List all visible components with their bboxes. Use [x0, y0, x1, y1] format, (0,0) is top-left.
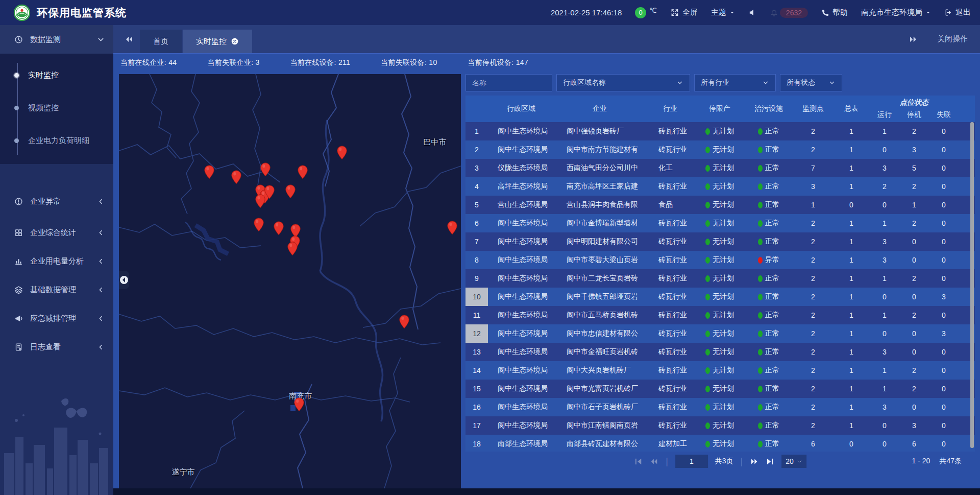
- table-row[interactable]: 10 阆中生态环境局 阆中千佛镇五郎垭页岩 砖瓦行业 无计划 正常 2 1 0 …: [465, 288, 975, 306]
- map-pin-icon[interactable]: [273, 221, 284, 238]
- sidebar-item[interactable]: 数据监测: [0, 25, 113, 54]
- megaphone-icon: [14, 314, 23, 323]
- cell-region: 阆中生态环境局: [488, 145, 554, 154]
- table-row[interactable]: 16 阆中生态环境局 阆中市石子页岩机砖厂 砖瓦行业 无计划 正常 2 1 3 …: [465, 398, 975, 416]
- table-row[interactable]: 15 阆中生态环境局 阆中市光富页岩机砖厂 砖瓦行业 无计划 正常 2 1 1 …: [465, 380, 975, 398]
- sidebar-subitem[interactable]: 实时监控: [0, 59, 113, 91]
- cell-running: 1: [870, 385, 899, 393]
- cell-production: 无计划: [695, 403, 744, 412]
- cell-stopped: 2: [899, 385, 929, 393]
- name-filter-input[interactable]: [472, 79, 546, 87]
- col-running: 运行: [870, 110, 899, 120]
- first-page-icon[interactable]: [634, 457, 643, 466]
- table-row[interactable]: 6 阆中生态环境局 阆中市金博瑞新型墙材 砖瓦行业 无计划 正常 2 1 1 2…: [465, 214, 975, 232]
- map-pin-icon[interactable]: [260, 162, 271, 179]
- cell-company: 阆中市金福旺页岩机砖: [554, 347, 645, 357]
- tabs-scroll-right-icon[interactable]: [909, 35, 918, 44]
- map-pin-icon[interactable]: [264, 185, 275, 201]
- tab[interactable]: 首页: [140, 30, 182, 53]
- map-pin-icon[interactable]: [204, 165, 214, 181]
- region-filter-select[interactable]: 行政区域名称: [556, 74, 690, 91]
- map-pin-icon[interactable]: [231, 170, 241, 186]
- tabs-scroll-left-icon[interactable]: [118, 35, 140, 44]
- sidebar-item[interactable]: 日志查看: [0, 333, 113, 361]
- page-input[interactable]: [675, 455, 708, 468]
- cell-production: 无计划: [695, 439, 744, 449]
- next-page-icon[interactable]: [750, 457, 758, 466]
- notification-badge[interactable]: 2632: [770, 8, 808, 18]
- status-dot-icon: [705, 386, 710, 392]
- cell-facility: 正常: [744, 421, 793, 430]
- close-tab-icon[interactable]: [231, 37, 239, 45]
- industry-filter-select[interactable]: 所有行业: [694, 74, 776, 91]
- map-collapse-button[interactable]: [119, 271, 129, 289]
- table-row[interactable]: 7 阆中生态环境局 阆中明阳建材有限公司 砖瓦行业 无计划 正常 2 1 3 0…: [465, 232, 975, 251]
- table-scrollbar[interactable]: [970, 122, 974, 448]
- table-row[interactable]: 18 南部生态环境局 南部县砖瓦建材有限公 建材加工 无计划 正常 6 0 0 …: [465, 435, 975, 452]
- sidebar-item[interactable]: 企业综合统计: [0, 218, 113, 247]
- map-pin-icon[interactable]: [254, 218, 264, 234]
- tab[interactable]: 实时监控: [183, 30, 252, 53]
- stats-bar: 当前在线企业: 44 当前失联企业: 3 当前在线设备: 211 当前失联设备:…: [113, 53, 980, 72]
- table-row[interactable]: 5 营山生态环境局 营山县润丰肉食品有限 食品 无计划 正常 1 0 0 1 0: [465, 196, 975, 214]
- sidebar-item[interactable]: 应急减排管理: [0, 304, 113, 333]
- cell-meter: 1: [833, 274, 870, 282]
- cell-points: 2: [793, 311, 833, 319]
- mute-button[interactable]: [748, 8, 757, 17]
- chart-icon: [14, 257, 23, 266]
- close-operations-button[interactable]: 关闭操作: [937, 34, 968, 44]
- row-number: 2: [465, 140, 488, 159]
- cell-lost: 0: [929, 238, 959, 246]
- cell-lost: 0: [929, 311, 959, 319]
- table-row[interactable]: 14 阆中生态环境局 阆中大兴页岩机砖厂 砖瓦行业 无计划 正常 2 1 1 2…: [465, 361, 975, 380]
- col-lost: 失联: [929, 110, 959, 120]
- last-page-icon[interactable]: [766, 457, 774, 466]
- total-count-label: 共47条: [939, 457, 962, 466]
- map-panel[interactable]: 巴中市南充市遂宁市: [119, 74, 461, 488]
- table-row[interactable]: 13 阆中生态环境局 阆中市金福旺页岩机砖 砖瓦行业 无计划 正常 2 1 3 …: [465, 343, 975, 361]
- row-number: 15: [465, 380, 488, 398]
- map-pin-icon[interactable]: [255, 194, 265, 210]
- status-dot-icon: [705, 239, 710, 245]
- cell-company: 阆中市五马桥页岩机砖: [554, 311, 645, 320]
- logout-button[interactable]: 退出: [944, 8, 971, 17]
- sidebar-subitem[interactable]: 企业电力负荷明细: [0, 124, 113, 157]
- cell-meter: 0: [833, 440, 870, 448]
- map-pin-icon[interactable]: [287, 242, 298, 258]
- cell-facility: 正常: [744, 237, 793, 246]
- help-button[interactable]: 帮助: [821, 8, 848, 17]
- table-row[interactable]: 8 阆中生态环境局 阆中市枣碧大梁山页岩 砖瓦行业 无计划 异常 2 1 3 0…: [465, 251, 975, 269]
- theme-button[interactable]: 主题: [711, 8, 735, 17]
- table-row[interactable]: 11 阆中生态环境局 阆中市五马桥页岩机砖 砖瓦行业 无计划 正常 2 1 1 …: [465, 306, 975, 324]
- cell-meter: 1: [833, 146, 870, 154]
- map-pin-icon[interactable]: [336, 146, 347, 162]
- map-pin-icon[interactable]: [294, 397, 305, 414]
- map-pin-icon[interactable]: [399, 315, 409, 331]
- cell-stopped: 5: [899, 164, 929, 172]
- cell-industry: 砖瓦行业: [645, 182, 695, 191]
- status-dot-icon: [705, 220, 710, 227]
- status-filter-select[interactable]: 所有状态: [780, 74, 842, 91]
- sidebar-subitem[interactable]: 视频监控: [0, 91, 113, 124]
- map-pin-icon[interactable]: [297, 165, 308, 181]
- sidebar-item[interactable]: 企业用电量分析: [0, 247, 113, 275]
- table-row[interactable]: 9 阆中生态环境局 阆中市二龙长宝页岩砖 砖瓦行业 无计划 正常 2 1 1 2…: [465, 269, 975, 288]
- cell-running: 3: [870, 164, 899, 172]
- sidebar-item[interactable]: 基础数据管理: [0, 275, 113, 304]
- table-row[interactable]: 1 阆中生态环境局 阆中强锐页岩砖厂 砖瓦行业 无计划 正常 2 1 1 2 0: [465, 122, 975, 140]
- prev-page-icon[interactable]: [650, 457, 658, 466]
- table-row[interactable]: 12 阆中生态环境局 阆中市忠信建材有限公 砖瓦行业 无计划 正常 2 1 0 …: [465, 324, 975, 343]
- sidebar-item[interactable]: 企业异常: [0, 184, 113, 218]
- map-pin-icon[interactable]: [447, 221, 457, 237]
- org-menu[interactable]: 南充市生态环境局: [861, 8, 931, 17]
- sidebar-submenu: 实时监控 视频监控 企业电力负荷明细: [0, 54, 113, 164]
- table-row[interactable]: 4 高坪生态环境局 南充市高坪区王家店建 砖瓦行业 无计划 正常 3 1 2 2…: [465, 177, 975, 196]
- page-size-select[interactable]: 20: [781, 455, 806, 468]
- map-pin-icon[interactable]: [285, 184, 296, 201]
- table-row[interactable]: 17 阆中生态环境局 阆中市江南镇阆南页岩 砖瓦行业 无计划 正常 2 1 0 …: [465, 416, 975, 435]
- table-row[interactable]: 2 阆中生态环境局 阆中市南方节能建材有 砖瓦行业 无计划 正常 2 1 0 3…: [465, 140, 975, 159]
- table-row[interactable]: 3 仪陇生态环境局 西南油气田分公司川中 化工 无计划 正常 7 1 3 5 0: [465, 159, 975, 177]
- cell-industry: 砖瓦行业: [645, 366, 695, 375]
- name-filter-field[interactable]: [465, 74, 552, 91]
- fullscreen-button[interactable]: 全屏: [670, 8, 698, 17]
